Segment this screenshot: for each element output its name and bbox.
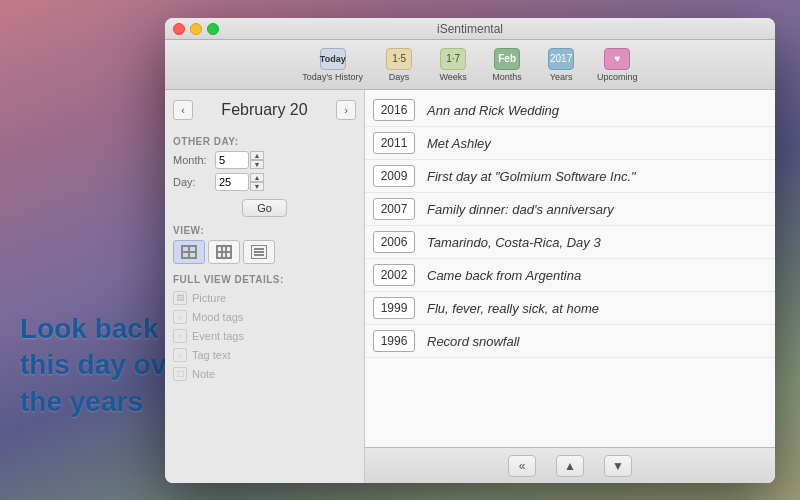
detail-tag-text: ○ Tag text	[173, 348, 356, 362]
view-list-button[interactable]	[243, 240, 275, 264]
upcoming-icon: ♥	[604, 48, 630, 70]
view-grid3-button[interactable]	[208, 240, 240, 264]
entry-title: Ann and Rick Wedding	[427, 103, 559, 118]
list-item[interactable]: 2016Ann and Rick Wedding	[365, 94, 775, 127]
left-panel: ‹ February 20 › OTHER DAY: Month: ▲ ▼ Da…	[165, 90, 365, 483]
bottom-prev-button[interactable]: «	[508, 455, 536, 477]
today-label: Today's History	[302, 72, 363, 82]
list-icon	[251, 245, 267, 259]
month-stepper: ▲ ▼	[250, 151, 264, 169]
bottom-bar: « ▲ ▼	[365, 447, 775, 483]
month-increment[interactable]: ▲	[250, 151, 264, 160]
entry-year: 2002	[373, 264, 415, 286]
mood-tags-icon: ○	[173, 310, 187, 324]
entry-title: Flu, fever, really sick, at home	[427, 301, 599, 316]
full-view-label: FULL VIEW DETAILS:	[173, 274, 356, 285]
toolbar: Today Today's History 1·5 Days 1·7 Weeks…	[165, 40, 775, 90]
toolbar-days[interactable]: 1·5 Days	[375, 45, 423, 85]
entry-title: Family dinner: dad's anniversary	[427, 202, 614, 217]
today-icon: Today	[320, 48, 346, 70]
month-field-label: Month:	[173, 154, 215, 166]
picture-label: Picture	[192, 292, 226, 304]
maximize-button[interactable]	[207, 23, 219, 35]
prev-month-button[interactable]: ‹	[173, 100, 193, 120]
close-button[interactable]	[173, 23, 185, 35]
month-display: February 20	[201, 101, 328, 119]
go-button[interactable]: Go	[242, 199, 287, 217]
next-month-button[interactable]: ›	[336, 100, 356, 120]
event-tags-label: Event tags	[192, 330, 244, 342]
app-window: iSentimental Today Today's History 1·5 D…	[165, 18, 775, 483]
detail-mood-tags: ○ Mood tags	[173, 310, 356, 324]
toolbar-upcoming[interactable]: ♥ Upcoming	[591, 45, 644, 85]
list-item[interactable]: 2006Tamarindo, Costa-Rica, Day 3	[365, 226, 775, 259]
event-tags-icon: ○	[173, 329, 187, 343]
day-field-row: Day: ▲ ▼	[173, 173, 356, 191]
entries-list: 2016Ann and Rick Wedding2011Met Ashley20…	[365, 90, 775, 447]
month-input[interactable]	[215, 151, 249, 169]
note-icon: ☐	[173, 367, 187, 381]
view-toggle-group	[173, 240, 356, 264]
list-item[interactable]: 2009First day at "Golmium Software Inc."	[365, 160, 775, 193]
titlebar: iSentimental	[165, 18, 775, 40]
picture-icon: 🖼	[173, 291, 187, 305]
entry-title: Met Ashley	[427, 136, 491, 151]
entry-year: 1996	[373, 330, 415, 352]
note-label: Note	[192, 368, 215, 380]
list-item[interactable]: 1999Flu, fever, really sick, at home	[365, 292, 775, 325]
day-input[interactable]	[215, 173, 249, 191]
detail-picture: 🖼 Picture	[173, 291, 356, 305]
list-item[interactable]: 1996Record snowfall	[365, 325, 775, 358]
month-decrement[interactable]: ▼	[250, 160, 264, 169]
day-decrement[interactable]: ▼	[250, 182, 264, 191]
toolbar-months[interactable]: Feb Months	[483, 45, 531, 85]
window-title: iSentimental	[437, 22, 503, 36]
grid2-icon	[181, 245, 197, 259]
list-item[interactable]: 2007Family dinner: dad's anniversary	[365, 193, 775, 226]
right-panel: 2016Ann and Rick Wedding2011Met Ashley20…	[365, 90, 775, 483]
entry-year: 2016	[373, 99, 415, 121]
content-area: ‹ February 20 › OTHER DAY: Month: ▲ ▼ Da…	[165, 90, 775, 483]
entry-year: 2009	[373, 165, 415, 187]
toolbar-years[interactable]: 2017 Years	[537, 45, 585, 85]
day-increment[interactable]: ▲	[250, 173, 264, 182]
traffic-lights	[173, 23, 219, 35]
detail-note: ☐ Note	[173, 367, 356, 381]
tag-text-icon: ○	[173, 348, 187, 362]
years-icon: 2017	[548, 48, 574, 70]
toolbar-today[interactable]: Today Today's History	[296, 45, 369, 85]
days-icon: 1·5	[386, 48, 412, 70]
entry-year: 1999	[373, 297, 415, 319]
entry-title: First day at "Golmium Software Inc."	[427, 169, 636, 184]
day-field-label: Day:	[173, 176, 215, 188]
entry-title: Came back from Argentina	[427, 268, 581, 283]
entry-title: Tamarindo, Costa-Rica, Day 3	[427, 235, 601, 250]
days-label: Days	[389, 72, 410, 82]
entry-title: Record snowfall	[427, 334, 520, 349]
bottom-up-button[interactable]: ▲	[556, 455, 584, 477]
entry-year: 2007	[373, 198, 415, 220]
tag-text-label: Tag text	[192, 349, 231, 361]
months-icon: Feb	[494, 48, 520, 70]
day-stepper: ▲ ▼	[250, 173, 264, 191]
upcoming-label: Upcoming	[597, 72, 638, 82]
month-field-row: Month: ▲ ▼	[173, 151, 356, 169]
mood-tags-label: Mood tags	[192, 311, 243, 323]
weeks-label: Weeks	[439, 72, 466, 82]
years-label: Years	[550, 72, 573, 82]
month-navigation: ‹ February 20 ›	[173, 100, 356, 120]
entry-year: 2006	[373, 231, 415, 253]
view-section-label: VIEW:	[173, 225, 356, 236]
entry-year: 2011	[373, 132, 415, 154]
detail-event-tags: ○ Event tags	[173, 329, 356, 343]
weeks-icon: 1·7	[440, 48, 466, 70]
view-grid2-button[interactable]	[173, 240, 205, 264]
months-label: Months	[492, 72, 522, 82]
bottom-down-button[interactable]: ▼	[604, 455, 632, 477]
grid3-icon	[216, 245, 232, 259]
minimize-button[interactable]	[190, 23, 202, 35]
other-day-label: OTHER DAY:	[173, 136, 356, 147]
toolbar-weeks[interactable]: 1·7 Weeks	[429, 45, 477, 85]
list-item[interactable]: 2011Met Ashley	[365, 127, 775, 160]
list-item[interactable]: 2002Came back from Argentina	[365, 259, 775, 292]
